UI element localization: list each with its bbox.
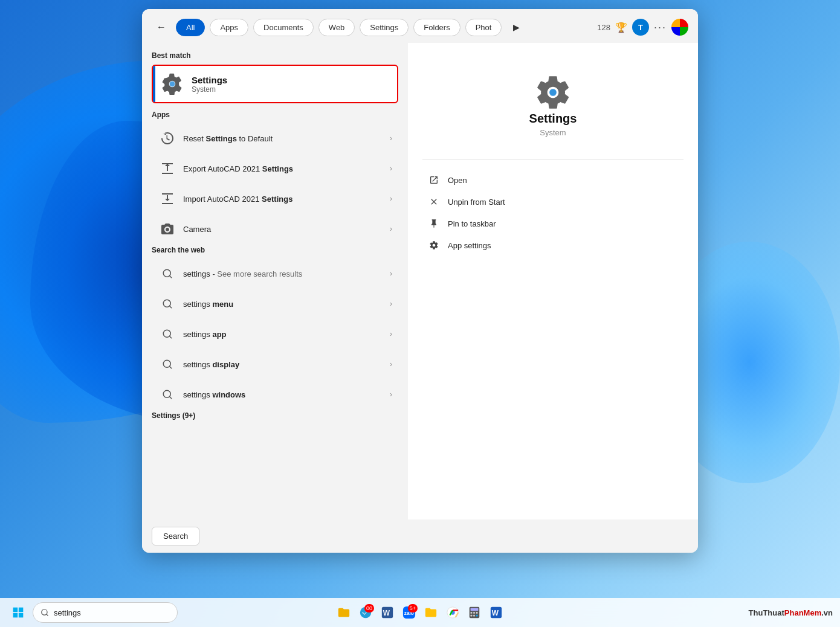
taskbar-calculator[interactable] — [465, 603, 484, 622]
taskbar-search-icon — [40, 608, 49, 617]
more-tabs-button[interactable]: ▶ — [506, 18, 526, 37]
taskbar-right: ThuThuatPhanMem.vn — [749, 608, 833, 617]
web-settings-display[interactable]: settings display › — [152, 350, 398, 379]
action-app-settings-text: App settings — [448, 241, 491, 250]
chevron-icon: › — [390, 134, 392, 143]
web-settings-windows-text: settings windows — [183, 390, 390, 399]
web-settings-more[interactable]: settings - See more search results › — [152, 259, 398, 288]
app-settings-icon — [427, 240, 441, 250]
taskbar-telegram[interactable]: 00 — [356, 603, 375, 622]
web-settings-app[interactable]: settings app › — [152, 320, 398, 349]
taskbar-folder[interactable] — [421, 603, 441, 622]
web-settings-more-text: settings - See more search results — [183, 269, 390, 278]
trophy-icon: 🏆 — [615, 22, 627, 33]
app-reset-settings[interactable]: Reset Settings to Default › — [152, 124, 398, 153]
taskbar-left: settings — [7, 602, 178, 623]
web-settings-app-text: settings app — [183, 330, 390, 339]
export-autocad-icon — [158, 159, 177, 178]
chevron-icon: › — [390, 164, 392, 173]
chevron-icon: › — [390, 195, 392, 203]
right-panel-divider — [422, 159, 683, 159]
action-pin-taskbar-text: Pin to taskbar — [448, 219, 496, 228]
brand-text: ThuThuatPhanMem.vn — [749, 608, 833, 617]
action-open-text: Open — [448, 176, 467, 185]
svg-text:W: W — [383, 609, 390, 617]
chevron-icon: › — [390, 225, 392, 233]
unpin-start-icon — [427, 197, 441, 207]
search-web-icon-5 — [158, 385, 177, 404]
telegram-badge: 00 — [364, 604, 374, 613]
settings-9plus-label: Settings (9+) — [152, 411, 398, 420]
right-app-subtitle: System — [540, 128, 566, 137]
taskbar-file-explorer[interactable] — [334, 603, 354, 622]
tab-right-icons: 128 🏆 T ··· — [597, 19, 688, 36]
taskbar-center-icons: 00 W zalo 5+ — [334, 603, 506, 622]
chevron-icon: › — [390, 269, 392, 278]
chevron-icon: › — [390, 330, 392, 338]
brand-suffix: .vn — [821, 608, 833, 617]
app-camera[interactable]: Camera › — [152, 214, 398, 243]
action-app-settings[interactable]: App settings — [422, 234, 683, 256]
main-content-area: Best match Settings System Apps — [142, 43, 698, 519]
best-match-subtitle: System — [192, 85, 227, 94]
zalo-badge: 5+ — [408, 604, 418, 613]
best-match-text: Settings System — [192, 75, 227, 94]
import-autocad-text: Import AutoCAD 2021 Settings — [183, 195, 390, 204]
chevron-icon: › — [390, 300, 392, 308]
search-window: ← All Apps Documents Web Settings Folder… — [142, 9, 698, 553]
web-settings-windows[interactable]: settings windows › — [152, 380, 398, 409]
taskbar-word[interactable]: W — [378, 603, 397, 622]
notification-badge: 128 — [597, 23, 610, 32]
web-section-label: Search the web — [152, 246, 398, 254]
reset-settings-icon — [158, 129, 177, 148]
tab-documents[interactable]: Documents — [253, 19, 314, 36]
user-avatar[interactable]: T — [632, 19, 649, 36]
taskbar: settings 00 W — [0, 598, 840, 627]
action-open[interactable]: Open — [422, 169, 683, 191]
best-match-label: Best match — [152, 51, 398, 60]
search-web-icon-1 — [158, 264, 177, 283]
app-import-autocad[interactable]: Import AutoCAD 2021 Settings › — [152, 184, 398, 213]
action-unpin-start-text: Unpin from Start — [448, 198, 505, 207]
svg-point-0 — [170, 82, 175, 87]
right-app-icon-area: Settings System — [422, 55, 683, 149]
web-settings-display-text: settings display — [183, 360, 390, 369]
svg-point-6 — [549, 89, 557, 96]
chevron-icon: › — [390, 360, 392, 368]
taskbar-search-text: settings — [54, 608, 81, 617]
best-match-settings[interactable]: Settings System — [152, 65, 398, 103]
search-button[interactable]: Search — [152, 527, 199, 545]
tab-web[interactable]: Web — [318, 19, 355, 36]
tab-apps[interactable]: Apps — [210, 19, 248, 36]
tab-all[interactable]: All — [176, 19, 205, 36]
taskbar-chrome[interactable] — [443, 603, 462, 622]
start-button[interactable] — [7, 602, 29, 623]
web-settings-menu[interactable]: settings menu › — [152, 289, 398, 318]
bottom-bar: Search — [142, 519, 698, 553]
reset-settings-text: Reset Settings to Default — [183, 134, 390, 143]
tab-photos[interactable]: Phot — [465, 19, 502, 36]
svg-rect-25 — [473, 615, 475, 617]
taskbar-zalo[interactable]: zalo 5+ — [399, 603, 419, 622]
action-unpin-start[interactable]: Unpin from Start — [422, 191, 683, 213]
right-app-title: Settings — [529, 112, 577, 126]
svg-text:W: W — [492, 609, 499, 617]
apps-section-label: Apps — [152, 111, 398, 119]
action-pin-taskbar[interactable]: Pin to taskbar — [422, 213, 683, 234]
tab-settings[interactable]: Settings — [360, 19, 409, 36]
taskbar-search-bar[interactable]: settings — [33, 602, 178, 623]
pin-taskbar-icon — [427, 219, 441, 228]
taskbar-word-2[interactable]: W — [486, 603, 506, 622]
camera-text: Camera — [183, 225, 390, 234]
tab-folders[interactable]: Folders — [413, 19, 460, 36]
svg-rect-8 — [19, 608, 24, 613]
brand-accent: PhanMem — [784, 608, 821, 617]
best-match-title: Settings — [192, 75, 227, 85]
app-export-autocad[interactable]: Export AutoCAD 2021 Settings › — [152, 154, 398, 183]
back-button[interactable]: ← — [152, 18, 171, 37]
chevron-icon: › — [390, 390, 392, 399]
more-options-button[interactable]: ··· — [654, 21, 667, 34]
svg-rect-21 — [471, 612, 473, 614]
camera-icon — [158, 219, 177, 239]
brand-prefix: ThuThuat — [749, 608, 784, 617]
